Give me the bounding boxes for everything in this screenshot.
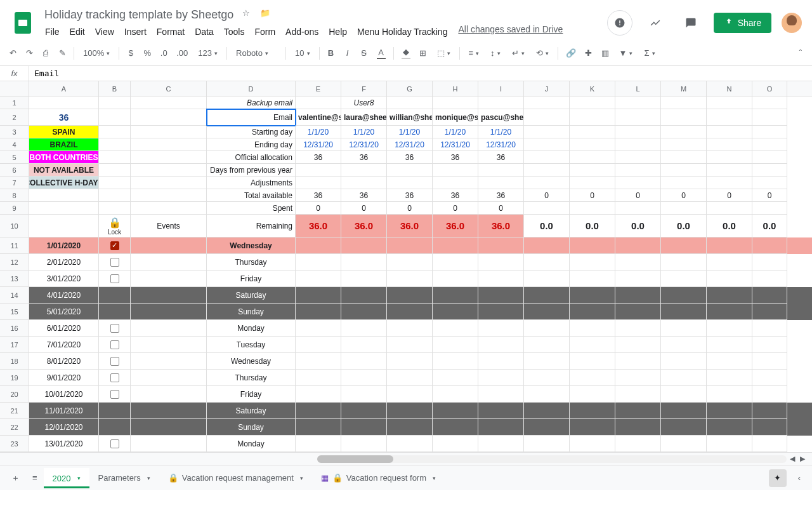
cell-I20[interactable] [478,386,524,403]
cell-H12[interactable] [433,254,478,271]
cell-D16[interactable]: Monday [207,320,296,337]
text-wrap-dropdown[interactable]: ↵ [507,46,530,60]
cell-N14[interactable] [707,287,752,304]
col-header-O[interactable]: O [752,81,787,96]
cell-M13[interactable] [661,271,707,287]
cell-F21[interactable] [341,403,387,419]
cell-K18[interactable] [570,353,615,370]
row-header-23[interactable]: 23 [0,436,29,452]
cell-L2[interactable] [615,109,661,126]
cell-M1[interactable] [661,97,707,109]
currency-button[interactable]: $ [123,45,138,62]
cell-O21[interactable] [752,403,787,419]
col-header-L[interactable]: L [615,81,661,96]
cell-E22[interactable] [296,419,341,436]
cell-C1[interactable] [131,97,207,109]
row-header-16[interactable]: 16 [0,320,29,337]
cell-D9[interactable]: Spent [207,202,296,215]
all-sheets-button[interactable]: ≡ [26,469,44,486]
cell-J15[interactable] [524,304,570,320]
cell-A21[interactable]: 11/01/2020 [29,403,99,419]
cell-G3[interactable]: 1/1/20 [387,126,433,138]
cell-H2[interactable]: monique@s [433,109,478,126]
cell-L1[interactable] [615,97,661,109]
italic-button[interactable]: I [340,45,355,62]
cell-O4[interactable] [752,138,787,151]
link-button[interactable]: 🔗 [562,45,580,62]
cell-K11[interactable] [570,237,615,254]
cell-D21[interactable]: Saturday [207,403,296,419]
cell-M2[interactable] [661,109,707,126]
cell-B22[interactable] [99,419,131,436]
cell-D17[interactable]: Tuesday [207,337,296,353]
cell-C21[interactable] [131,403,207,419]
cell-M12[interactable] [661,254,707,271]
cell-M16[interactable] [661,320,707,337]
activity-icon[interactable] [607,10,632,36]
cell-H4[interactable]: 12/31/20 [433,138,478,151]
cell-A11[interactable]: 1/01/2020 [29,237,99,254]
cell-K8[interactable]: 0 [570,189,615,202]
cell-M19[interactable] [661,370,707,386]
cell-B23[interactable] [99,436,131,452]
cell-K9[interactable] [570,202,615,215]
sheet-tab-vacation-request-management[interactable]: 🔒Vacation request management [159,468,312,488]
menu-data[interactable]: Data [190,24,218,39]
cell-M22[interactable] [661,419,707,436]
cell-N22[interactable] [707,419,752,436]
scroll-right-icon[interactable]: ▶ [797,455,808,463]
cell-J14[interactable] [524,287,570,304]
cell-A17[interactable]: 7/01/2020 [29,337,99,353]
font-size-dropdown[interactable]: 10 [290,46,315,60]
cell-M11[interactable] [661,237,707,254]
cell-E17[interactable] [296,337,341,353]
cell-J23[interactable] [524,436,570,452]
cell-A16[interactable]: 6/01/2020 [29,320,99,337]
cell-A2[interactable]: 36 [29,109,99,126]
cell-D13[interactable]: Friday [207,271,296,287]
insert-comment-button[interactable]: ✚ [581,45,596,62]
row-header-4[interactable]: 4 [0,138,29,151]
cell-C13[interactable] [131,271,207,287]
cell-D11[interactable]: Wednesday [207,237,296,254]
cell-L20[interactable] [615,386,661,403]
cell-N20[interactable] [707,386,752,403]
cell-I16[interactable] [478,320,524,337]
cell-G13[interactable] [387,271,433,287]
cell-K7[interactable] [570,177,615,189]
cell-H21[interactable] [433,403,478,419]
explore-button[interactable]: ✦ [769,469,787,487]
cell-I17[interactable] [478,337,524,353]
cell-A20[interactable]: 10/01/2020 [29,386,99,403]
cell-H18[interactable] [433,353,478,370]
row-header-5[interactable]: 5 [0,151,29,164]
cell-I8[interactable]: 36 [478,189,524,202]
cell-J21[interactable] [524,403,570,419]
cell-L13[interactable] [615,271,661,287]
cell-K5[interactable] [570,151,615,164]
cell-N21[interactable] [707,403,752,419]
cell-N13[interactable] [707,271,752,287]
cell-N19[interactable] [707,370,752,386]
percent-button[interactable]: % [140,45,155,62]
cell-D12[interactable]: Thursday [207,254,296,271]
checkbox-17[interactable] [110,340,119,349]
cell-C11[interactable] [131,237,207,254]
cell-G17[interactable] [387,337,433,353]
cell-O17[interactable] [752,337,787,353]
cell-O22[interactable] [752,419,787,436]
cell-H14[interactable] [433,287,478,304]
checkbox-19[interactable] [110,373,119,382]
cell-L17[interactable] [615,337,661,353]
cell-O11[interactable] [752,237,787,254]
cell-N17[interactable] [707,337,752,353]
cell-F4[interactable]: 12/31/20 [341,138,387,151]
add-sheet-button[interactable]: ＋ [5,469,26,488]
filter-dropdown[interactable]: ▼ [614,46,638,60]
cell-A23[interactable]: 13/01/2020 [29,436,99,452]
cell-B6[interactable] [99,164,131,177]
cell-D23[interactable]: Monday [207,436,296,452]
cell-I5[interactable]: 36 [478,151,524,164]
cell-L21[interactable] [615,403,661,419]
cell-E1[interactable] [296,97,341,109]
